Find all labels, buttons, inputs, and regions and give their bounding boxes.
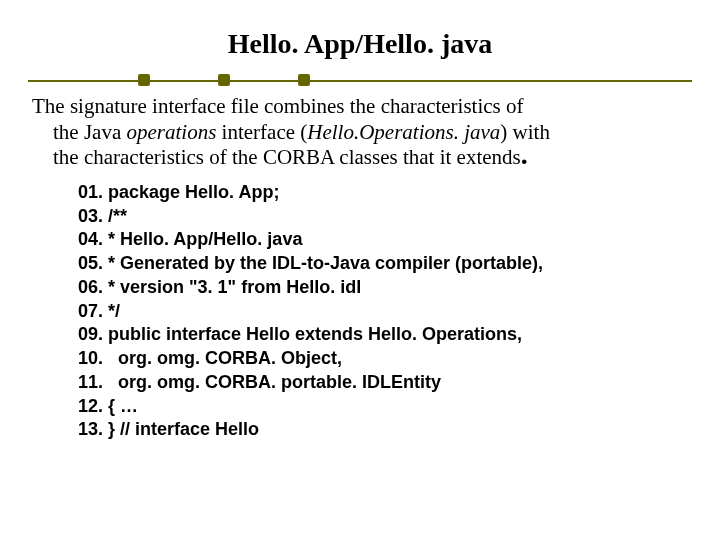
code-line: 12. { …: [78, 395, 690, 419]
slide-title: Hello. App/Hello. java: [0, 28, 720, 60]
divider-dot-icon: [218, 74, 230, 86]
paragraph-italic: operations: [126, 120, 216, 144]
code-line: 11. org. omg. CORBA. portable. IDLEntity: [78, 371, 690, 395]
slide: Hello. App/Hello. java The signature int…: [0, 28, 720, 540]
paragraph-text: the characteristics of the CORBA classes…: [53, 145, 521, 169]
code-block: 01. package Hello. App; 03. /** 04. * He…: [78, 181, 690, 442]
paragraph-italic: Hello.Operations. java: [307, 120, 500, 144]
code-line: 09. public interface Hello extends Hello…: [78, 323, 690, 347]
code-line: 05. * Generated by the IDL-to-Java compi…: [78, 252, 690, 276]
divider-dot-icon: [138, 74, 150, 86]
paragraph-period: .: [521, 139, 528, 170]
paragraph-line: The signature interface file combines th…: [32, 94, 524, 118]
code-line: 07. */: [78, 300, 690, 324]
body-paragraph: The signature interface file combines th…: [32, 94, 688, 171]
divider-dot-icon: [298, 74, 310, 86]
title-divider: [28, 72, 692, 90]
code-line: 13. } // interface Hello: [78, 418, 690, 442]
code-line: 10. org. omg. CORBA. Object,: [78, 347, 690, 371]
paragraph-text: interface (: [216, 120, 307, 144]
divider-line: [28, 80, 692, 82]
paragraph-text: the Java: [53, 120, 126, 144]
code-line: 03. /**: [78, 205, 690, 229]
code-line: 04. * Hello. App/Hello. java: [78, 228, 690, 252]
code-line: 06. * version "3. 1" from Hello. idl: [78, 276, 690, 300]
code-line: 01. package Hello. App;: [78, 181, 690, 205]
